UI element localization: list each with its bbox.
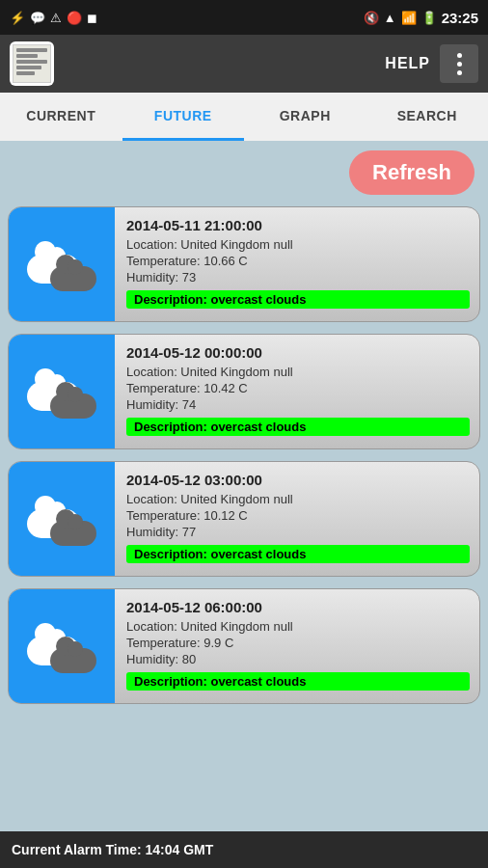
card-temp-2: Temperature: 10.42 C	[126, 381, 470, 395]
refresh-button[interactable]: Refresh	[349, 150, 474, 195]
card-location-1: Location: United Kingdom null	[126, 237, 470, 252]
weather-card: 2014-05-11 21:00:00 Location: United Kin…	[8, 206, 480, 322]
menu-button[interactable]	[440, 44, 478, 83]
signal-icon: 📶	[401, 11, 417, 25]
weather-icon-3	[9, 462, 115, 576]
card-temp-4: Temperature: 9.9 C	[126, 636, 470, 650]
card-location-4: Location: United Kingdom null	[126, 619, 470, 634]
card-humidity-2: Humidity: 74	[126, 397, 470, 412]
card-info-3: 2014-05-12 03:00:00 Location: United Kin…	[115, 462, 479, 576]
weather-icon-4	[9, 589, 115, 703]
weather-icon-1	[9, 207, 115, 321]
card-info-1: 2014-05-11 21:00:00 Location: United Kin…	[115, 207, 479, 321]
help-button[interactable]: HELP	[385, 55, 430, 72]
tab-bar: CURRENT FUTURE GRAPH SEARCH	[0, 93, 488, 141]
card-description-1: Description: overcast clouds	[126, 290, 470, 309]
card-temp-1: Temperature: 10.66 C	[126, 254, 470, 268]
mute-icon: 🔇	[364, 11, 379, 25]
tab-current[interactable]: CURRENT	[0, 93, 122, 141]
card-date-4: 2014-05-12 06:00:00	[126, 599, 470, 615]
tab-search[interactable]: SEARCH	[366, 93, 489, 141]
time-display: 23:25	[442, 10, 478, 26]
usb-icon: ⚡	[10, 11, 25, 25]
card-humidity-4: Humidity: 80	[126, 652, 470, 666]
card-location-3: Location: United Kingdom null	[126, 492, 470, 506]
weather-icon-2	[9, 335, 115, 448]
weather-card-4: 2014-05-12 06:00:00 Location: United Kin…	[8, 588, 480, 704]
bb-icon: ◼	[87, 11, 97, 25]
alarm-time-text: Current Alarm Time: 14:04 GMT	[12, 842, 213, 857]
status-icons-right: 🔇 ▲ 📶 🔋 23:25	[364, 10, 478, 26]
card-location-2: Location: United Kingdom null	[126, 365, 470, 379]
dots-vertical-icon	[457, 53, 462, 75]
weather-card-2: 2014-05-12 00:00:00 Location: United Kin…	[8, 334, 480, 449]
card-description-2: Description: overcast clouds	[126, 418, 470, 436]
battery-icon: 🔋	[421, 11, 437, 25]
card-date-3: 2014-05-12 03:00:00	[126, 472, 470, 488]
wifi-icon: ▲	[384, 11, 396, 25]
tab-future[interactable]: FUTURE	[122, 93, 245, 141]
card-description-4: Description: overcast clouds	[126, 672, 470, 691]
card-humidity-3: Humidity: 77	[126, 525, 470, 539]
card-info-2: 2014-05-12 00:00:00 Location: United Kin…	[115, 335, 479, 448]
tab-graph[interactable]: GRAPH	[244, 93, 366, 141]
weather-card-3: 2014-05-12 03:00:00 Location: United Kin…	[8, 461, 480, 577]
bottom-bar: Current Alarm Time: 14:04 GMT	[0, 831, 488, 868]
card-temp-3: Temperature: 10.12 C	[126, 508, 470, 523]
card-humidity-1: Humidity: 73	[126, 270, 470, 285]
app-logo	[10, 41, 54, 86]
alert-icon: ⚠	[50, 11, 62, 25]
top-bar: HELP	[0, 35, 488, 93]
status-icons-left: ⚡ 💬 ⚠ 🔴 ◼	[10, 11, 97, 25]
card-description-3: Description: overcast clouds	[126, 545, 470, 563]
card-info-4: 2014-05-12 06:00:00 Location: United Kin…	[115, 589, 479, 703]
whatsapp-icon: 💬	[30, 11, 45, 25]
card-date-2: 2014-05-12 00:00:00	[126, 344, 470, 361]
status-bar: ⚡ 💬 ⚠ 🔴 ◼ 🔇 ▲ 📶 🔋 23:25	[0, 0, 488, 35]
card-date-1: 2014-05-11 21:00:00	[126, 217, 470, 233]
content-area: Refresh 2014-05-11 21:00:00 Location: Un…	[0, 141, 488, 831]
circle-icon: 🔴	[67, 11, 82, 25]
